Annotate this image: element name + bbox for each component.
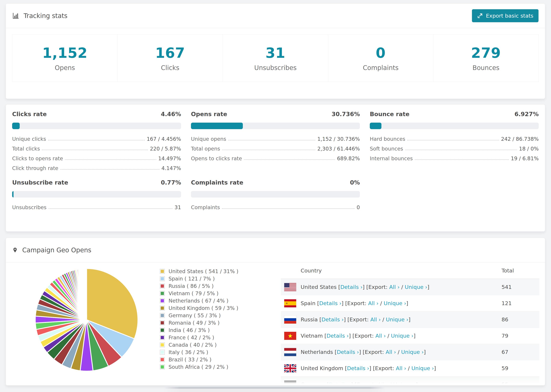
legend-label: Russia ( 86 / 5% ) [169, 283, 213, 289]
export-all-link[interactable]: All › [375, 333, 386, 339]
rate-head: Complaints rate0% [191, 179, 360, 186]
legend-label: Canada ( 40 / 2% ) [169, 342, 217, 348]
flag-gb-icon [284, 364, 296, 372]
rate-row-label: Clicks to opens rate [12, 155, 63, 162]
export-all-link[interactable]: All › [396, 365, 406, 371]
export-all-link[interactable]: All › [378, 381, 388, 385]
stat-box-opens: 1,152Opens [12, 34, 118, 82]
export-all-link[interactable]: All › [389, 284, 400, 290]
legend-item-italy: Italy ( 36 / 2% ) [160, 349, 238, 356]
legend-swatch-color [161, 299, 164, 302]
legend-label: India ( 46 / 3% ) [169, 327, 210, 333]
rate-title: Complaints rate [191, 179, 243, 186]
legend-item-canada: Canada ( 40 / 2% ) [160, 341, 238, 349]
rate-progress-track [12, 123, 181, 129]
country-cell: Netherlands [Details ›] [Export: All › /… [301, 349, 426, 355]
total-cell: 59 [502, 365, 508, 371]
dotted-leader [222, 208, 354, 209]
export-unique-link[interactable]: Unique › [405, 284, 427, 290]
total-cell: 541 [502, 284, 512, 290]
export-all-link[interactable]: All › [386, 349, 396, 355]
export-all-link[interactable]: All › [368, 300, 379, 306]
legend-swatch [160, 343, 165, 347]
dotted-leader [228, 140, 315, 140]
export-all-link[interactable]: All › [370, 316, 381, 322]
country-cell: United States [Details ›] [Export: All ›… [301, 284, 429, 290]
horizontal-scrollbar[interactable] [164, 387, 385, 392]
rate-progress-fill [191, 123, 243, 129]
legend-item-germany: Germany ( 55 / 3% ) [160, 312, 238, 319]
rate-row-value: 0 [357, 204, 360, 211]
rate-row-value: 14.497% [158, 155, 181, 162]
pie-svg [34, 267, 140, 373]
legend-item-russia: Russia ( 86 / 5% ) [160, 282, 238, 290]
rate-value: 30.736% [332, 111, 360, 118]
rate-row: Hard bounces242 / 86.738% [370, 133, 539, 143]
rate-progress-track [191, 191, 360, 197]
rate-row-label: Opens to clicks rate [191, 155, 242, 162]
tracking-stats-header: Tracking stats Export basic stats [6, 4, 545, 28]
pie-slice-53 [86, 268, 87, 320]
export-unique-link[interactable]: Unique › [401, 349, 424, 355]
flag-nl-icon [284, 348, 296, 356]
campaign-geo-opens-card: Campaign Geo Opens United States ( 541 /… [6, 238, 545, 385]
legend-item-romania: Romania ( 49 / 3% ) [160, 319, 238, 327]
rate-row: Unique opens1,152 / 30.736% [191, 133, 360, 143]
legend-swatch-color [161, 277, 164, 280]
legend-item-brazil: Brazil ( 33 / 2% ) [160, 356, 238, 363]
stat-box-bounces: 279Bounces [433, 34, 539, 82]
stat-label: Clicks [161, 64, 179, 71]
export-unique-link[interactable]: Unique › [393, 381, 416, 385]
rate-row: Soft bounces18 / 0% [370, 143, 539, 152]
total-cell: 86 [502, 316, 508, 322]
export-unique-link[interactable]: Unique › [411, 365, 434, 371]
export-unique-link[interactable]: Unique › [386, 316, 409, 322]
rate-rows: Hard bounces242 / 86.738%Soft bounces18 … [370, 133, 539, 162]
legend-label: Vietnam ( 79 / 5% ) [169, 290, 219, 296]
legend-swatch [160, 328, 165, 333]
legend-label: United States ( 541 / 31% ) [169, 268, 238, 274]
legend-swatch [160, 276, 165, 281]
geo-table-rows: United States [Details ›] [Export: All ›… [281, 279, 539, 385]
legend-label: United Kingdom ( 59 / 3% ) [169, 305, 238, 311]
export-unique-link[interactable]: Unique › [384, 300, 406, 306]
details-link[interactable]: Details › [319, 300, 342, 306]
flag-ru-icon [284, 315, 296, 324]
details-link[interactable]: Details › [329, 381, 351, 385]
legend-swatch-color [161, 351, 164, 354]
legend-swatch [160, 335, 165, 340]
map-marker-icon [12, 246, 18, 254]
column-header-total: Total [502, 267, 514, 274]
rate-row-label: Complaints [191, 204, 220, 211]
flag-vn-icon [284, 332, 296, 340]
legend-label: Brazil ( 33 / 2% ) [169, 357, 212, 363]
export-basic-stats-button[interactable]: Export basic stats [472, 9, 538, 22]
details-link[interactable]: Details › [337, 349, 359, 355]
legend-swatch-color [161, 329, 164, 332]
rate-row: Total opens2,303 / 61.446% [191, 143, 360, 152]
stat-box-clicks: 167Clicks [117, 34, 223, 82]
details-link[interactable]: Details › [340, 284, 363, 290]
rate-progress-track [12, 191, 181, 197]
rate-value: 0.77% [161, 179, 181, 186]
details-link[interactable]: Details › [347, 365, 369, 371]
details-link[interactable]: Details › [322, 316, 344, 322]
legend-label: Spain ( 121 / 7% ) [169, 276, 215, 282]
rate-row: Internal bounces19 / 6.81% [370, 152, 539, 162]
rate-title: Opens rate [191, 111, 227, 118]
details-link[interactable]: Details › [326, 333, 349, 339]
geo-table-header: Country Total [281, 263, 539, 279]
rate-row-value: 220 / 5.87% [150, 146, 181, 152]
stat-value: 31 [265, 45, 285, 61]
legend-swatch-color [161, 270, 164, 273]
stat-value: 0 [376, 45, 386, 61]
legend-item-united-kingdom: United Kingdom ( 59 / 3% ) [160, 304, 238, 312]
table-row-ru: Russia [Details ›] [Export: All › / Uniq… [281, 311, 539, 328]
legend-item-netherlands: Netherlands ( 67 / 4% ) [160, 297, 238, 304]
rate-row-value: 167 / 4.456% [147, 136, 181, 143]
legend-swatch [160, 313, 165, 318]
legend-label: Romania ( 49 / 3% ) [169, 320, 219, 326]
country-cell: Spain [Details ›] [Export: All › / Uniqu… [301, 300, 408, 306]
export-unique-link[interactable]: Unique › [391, 333, 414, 339]
legend-label: Italy ( 36 / 2% ) [169, 349, 208, 355]
